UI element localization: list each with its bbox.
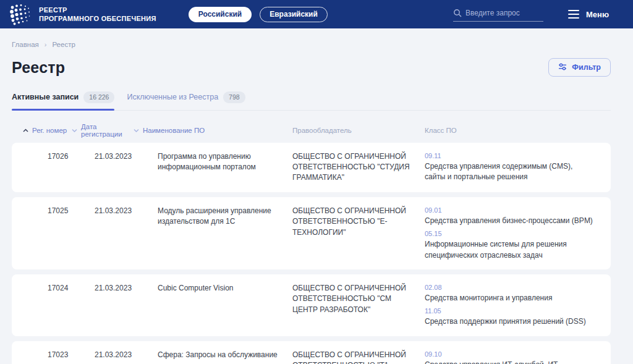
sort-desc-icon [71,127,78,133]
cell-reg-date: 21.03.2023 [95,206,158,261]
class-code: 09.10 [425,350,593,360]
cell-reg-date: 21.03.2023 [95,151,158,184]
column-header-software-class: Класс ПО [425,123,611,138]
logo-dots-icon [9,2,32,26]
column-label: Дата регистрации [81,123,133,138]
site-logo[interactable]: РЕЕСТР ПРОГРАММНОГО ОБЕСПЕЧЕНИЯ [9,2,156,26]
tab-excluded-records[interactable]: Исключенные из Реестра 798 [127,91,245,110]
tab-count-badge: 798 [223,91,245,103]
class-code: 02.08 [425,283,593,293]
site-title: РЕЕСТР ПРОГРАММНОГО ОБЕСПЕЧЕНИЯ [39,6,156,23]
page-title: Реестр [12,59,65,77]
registry-region-switch: Российский Евразийский [189,7,328,22]
region-button-russian[interactable]: Российский [189,7,252,22]
class-entry: 09.11Средства управления содержимым (CMS… [425,151,593,183]
tab-bar: Активные записи 16 226 Исключенные из Ре… [12,91,611,111]
class-label: Средства поддержки принятия решений (DSS… [425,316,593,327]
class-entry: 05.15Информационные системы для решения … [425,229,593,261]
filter-button[interactable]: Фильтр [548,58,611,77]
cell-rights-holder: ОБЩЕСТВО С ОГРАНИЧЕННОЙ ОТВЕТСТВЕННОСТЬЮ… [292,151,425,184]
cell-software-name: Программа по управлению информационным п… [158,151,292,184]
cell-software-name: Cubic Computer Vision [158,283,292,328]
column-header-reg-number[interactable]: Рег. номер [22,123,71,138]
breadcrumb-current: Реестр [52,41,75,48]
cell-reg-date: 21.03.2023 [95,283,158,328]
filter-sliders-icon [558,62,567,73]
cell-software-class: 09.10Средства управления ИТ-службой, ИТ-… [425,350,596,364]
cell-reg-number: 17025 [48,206,95,261]
top-navbar: РЕЕСТР ПРОГРАММНОГО ОБЕСПЕЧЕНИЯ Российск… [0,0,633,28]
column-label: Наименование ПО [143,127,205,134]
column-label: Рег. номер [32,127,67,134]
class-code: 09.01 [425,206,593,216]
search-box [453,7,543,22]
cell-reg-number: 17023 [48,350,95,364]
class-code: 05.15 [425,229,593,239]
class-entry: 09.01Средства управления бизнес-процесса… [425,206,593,226]
cell-rights-holder: ОБЩЕСТВО С ОГРАНИЧЕННОЙ ОТВЕТСТВЕННОСТЬЮ… [292,350,425,364]
class-label: Информационные системы для решения специ… [425,239,593,261]
breadcrumb-home-link[interactable]: Главная [12,41,39,48]
class-label: Средства управления ИТ-службой, ИТ-инфра… [425,360,593,364]
table-body: 17026 21.03.2023 Программа по управлению… [12,143,611,364]
breadcrumb-chevron-icon: › [45,41,47,48]
class-code: 11.05 [425,307,593,316]
class-entry: 02.08Средства мониторинга и управления [425,283,593,303]
cell-reg-number: 17024 [48,283,95,328]
tab-count-badge: 16 226 [83,91,114,103]
column-header-software-name[interactable]: Наименование ПО [133,123,292,138]
tab-label: Активные записи [12,93,79,101]
table-row[interactable]: 17025 21.03.2023 Модуль расширения управ… [12,197,611,269]
class-entry: 11.05Средства поддержки принятия решений… [425,307,593,327]
class-code: 09.11 [425,151,593,161]
table-row[interactable]: 17024 21.03.2023 Cubic Computer Vision О… [12,274,611,336]
breadcrumb: Главная › Реестр [12,41,611,48]
column-label: Класс ПО [425,127,457,134]
menu-button[interactable]: Меню [568,10,609,19]
column-header-rights-holder: Правообладатель [292,123,425,138]
menu-label: Меню [586,10,609,19]
cell-reg-date: 21.03.2023 [95,350,158,364]
cell-software-class: 09.01Средства управления бизнес-процесса… [425,206,596,261]
search-icon [453,9,462,20]
table-row[interactable]: 17026 21.03.2023 Программа по управлению… [12,143,611,192]
tab-label: Исключенные из Реестра [127,93,218,101]
menu-burger-icon [568,10,579,19]
class-label: Средства мониторинга и управления [425,293,593,303]
table-header: Рег. номер Дата регистрации Наименование… [12,123,611,138]
class-label: Средства управления содержимым (CMS), са… [425,161,593,183]
filter-button-label: Фильтр [572,63,601,72]
class-entry: 09.10Средства управления ИТ-службой, ИТ-… [425,350,593,364]
column-label: Правообладатель [292,127,352,134]
sort-desc-icon [133,127,140,133]
cell-software-name: Сфера: Запросы на обслуживание [158,350,292,364]
table-row[interactable]: 17023 21.03.2023 Сфера: Запросы на обслу… [12,341,611,364]
search-input[interactable] [453,7,543,22]
cell-rights-holder: ОБЩЕСТВО С ОГРАНИЧЕННОЙ ОТВЕТСТВЕННОСТЬЮ… [292,206,425,261]
region-button-eurasian[interactable]: Евразийский [260,7,328,22]
tab-active-records[interactable]: Активные записи 16 226 [12,91,114,110]
cell-software-class: 02.08Средства мониторинга и управления11… [425,283,596,328]
cell-rights-holder: ОБЩЕСТВО С ОГРАНИЧЕННОЙ ОТВЕТСТВЕННОСТЬЮ… [292,283,425,328]
cell-software-name: Модуль расширения управление издательств… [158,206,292,261]
column-header-reg-date[interactable]: Дата регистрации [71,123,133,138]
page-content: Главная › Реестр Реестр Фильтр Активные … [12,41,611,364]
class-label: Средства управления бизнес-процессами (B… [425,216,593,226]
cell-reg-number: 17026 [48,151,95,184]
cell-software-class: 09.11Средства управления содержимым (CMS… [425,151,596,184]
sort-asc-icon [22,127,29,133]
